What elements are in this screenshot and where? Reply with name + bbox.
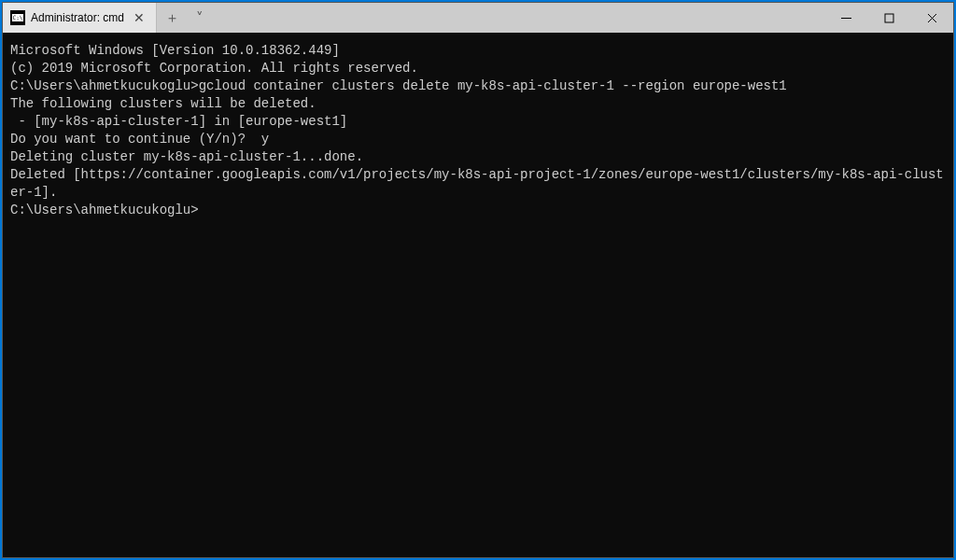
tab-title: Administrator: cmd	[31, 11, 124, 24]
cmd-icon-text: C:\	[12, 14, 23, 21]
titlebar: C:\ Administrator: cmd ✕ ＋ ˅	[3, 3, 953, 33]
maximize-button[interactable]	[867, 3, 910, 33]
terminal-body[interactable]: Microsoft Windows [Version 10.0.18362.44…	[3, 33, 953, 557]
terminal-line: C:\Users\ahmetkucukoglu>	[10, 202, 946, 219]
close-button[interactable]	[910, 3, 953, 33]
window-controls	[824, 3, 953, 33]
command: gcloud container clusters delete my-k8s-…	[199, 78, 787, 93]
terminal-line: Deleting cluster my-k8s-api-cluster-1...…	[10, 148, 946, 166]
terminal-line: Microsoft Windows [Version 10.0.18362.44…	[10, 42, 946, 60]
terminal-line: - [my-k8s-api-cluster-1] in [europe-west…	[10, 113, 946, 131]
terminal-window: C:\ Administrator: cmd ✕ ＋ ˅ Microsoft W…	[2, 2, 954, 558]
tab-close-button[interactable]: ✕	[130, 10, 148, 25]
minimize-button[interactable]	[824, 3, 867, 33]
new-tab-button[interactable]: ＋	[162, 9, 181, 27]
cmd-icon: C:\	[10, 10, 25, 25]
titlebar-spacer[interactable]	[215, 3, 824, 33]
terminal-line: Deleted [https://container.googleapis.co…	[10, 166, 946, 202]
prompt: C:\Users\ahmetkucukoglu>	[10, 203, 199, 217]
prompt: C:\Users\ahmetkucukoglu>	[10, 78, 199, 93]
tab-actions: ＋ ˅	[157, 3, 215, 33]
tab-dropdown-button[interactable]: ˅	[190, 9, 209, 26]
terminal-line: The following clusters will be deleted.	[10, 95, 946, 113]
terminal-line: Do you want to continue (Y/n)? y	[10, 131, 946, 148]
svg-rect-1	[885, 14, 893, 22]
terminal-line: C:\Users\ahmetkucukoglu>gcloud container…	[10, 77, 946, 95]
terminal-line: (c) 2019 Microsoft Corporation. All righ…	[10, 60, 946, 77]
active-tab[interactable]: C:\ Administrator: cmd ✕	[3, 3, 157, 33]
